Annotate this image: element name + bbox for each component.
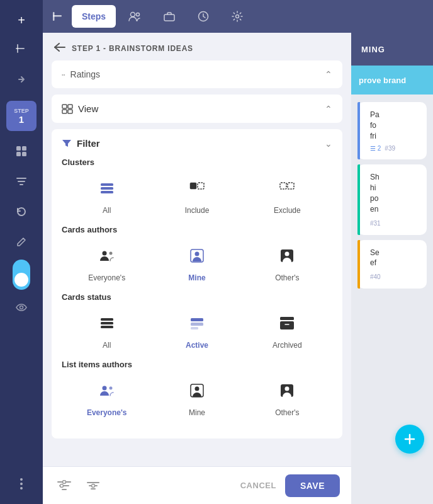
- sort-button[interactable]: [83, 476, 103, 496]
- more-options-button[interactable]: [9, 471, 34, 496]
- cards-author-others[interactable]: Other's: [242, 242, 332, 282]
- svg-point-7: [20, 478, 23, 481]
- content-row: STEP 1 - BRAINSTORM IDEAS •• Ratings ⌃: [43, 33, 433, 504]
- svg-point-13: [137, 13, 140, 16]
- cancel-button[interactable]: CANCEL: [240, 481, 276, 490]
- filter-header-left: Filter: [62, 138, 100, 149]
- svg-point-12: [131, 13, 135, 17]
- svg-point-29: [109, 252, 112, 255]
- svg-rect-38: [191, 323, 203, 326]
- list-author-mine-icon-wrap: [183, 377, 211, 404]
- panel-back-button[interactable]: [54, 43, 65, 54]
- svg-rect-20: [68, 110, 72, 113]
- svg-point-42: [102, 386, 106, 391]
- tab-history[interactable]: [188, 5, 219, 28]
- tab-steps[interactable]: Steps: [72, 5, 116, 28]
- back-nav-button[interactable]: [9, 38, 34, 63]
- svg-rect-36: [101, 326, 113, 328]
- svg-rect-40: [280, 317, 294, 320]
- group-selected-icon: [98, 383, 116, 398]
- svg-rect-25: [198, 183, 204, 189]
- preview-card-3: Seef #40: [357, 240, 427, 289]
- step-indicator[interactable]: STEP 1: [6, 101, 37, 131]
- cards-status-label: Cards status: [62, 292, 332, 302]
- cards-authors-label: Cards authors: [62, 225, 332, 234]
- forward-nav-button[interactable]: [9, 68, 34, 93]
- eye-button[interactable]: [9, 295, 34, 320]
- panel: STEP 1 - BRAINSTORM IDEAS •• Ratings ⌃: [43, 33, 351, 504]
- right-preview: MING prove brand Pafofri ☰ 2 #39: [351, 33, 433, 504]
- tab-back-icon: [53, 12, 64, 21]
- cards-status-all[interactable]: All: [62, 309, 152, 350]
- person-card-icon: [188, 248, 206, 263]
- cluster-option-include[interactable]: Include: [152, 175, 242, 215]
- refresh-button[interactable]: [9, 199, 34, 224]
- fab-add-button[interactable]: [395, 425, 424, 454]
- cluster-option-all[interactable]: All: [62, 175, 152, 215]
- ratings-label: Ratings: [70, 69, 100, 79]
- tab-people[interactable]: [118, 5, 151, 28]
- clusters-options: All Include: [62, 175, 332, 215]
- svg-point-43: [109, 387, 112, 390]
- svg-rect-3: [22, 146, 26, 151]
- cards-author-others-icon-wrap: [273, 242, 301, 270]
- layout-button[interactable]: [9, 139, 34, 164]
- cluster-all-icon-wrap: [93, 175, 121, 202]
- toggle-button[interactable]: [13, 260, 30, 290]
- list-items-authors-options: Everyone's Mine: [62, 377, 332, 417]
- card-accent-2: [357, 164, 360, 234]
- cards-status-active[interactable]: Active: [152, 309, 242, 350]
- list-author-others[interactable]: Other's: [242, 377, 332, 417]
- cluster-all-label: All: [103, 206, 111, 215]
- cluster-exclude-label: Exclude: [274, 206, 301, 215]
- person-dark-inactive-icon: [278, 383, 296, 398]
- cluster-include-label: Include: [185, 206, 210, 215]
- view-section-header[interactable]: View ⌃: [52, 94, 342, 123]
- filter-chevron-down[interactable]: ⌄: [325, 139, 332, 149]
- svg-point-8: [20, 483, 23, 485]
- svg-rect-37: [191, 318, 203, 321]
- toggle-circle: [14, 273, 28, 287]
- panel-title: STEP 1 - BRAINSTORM IDEAS: [72, 44, 193, 53]
- list-author-mine[interactable]: Mine: [152, 377, 242, 417]
- fab-plus-icon: [403, 432, 417, 446]
- view-chevron-up[interactable]: ⌃: [325, 104, 332, 114]
- filter-settings-button[interactable]: [54, 476, 74, 496]
- svg-rect-24: [190, 183, 196, 189]
- filter-sidebar-button[interactable]: [9, 169, 34, 194]
- svg-point-45: [194, 387, 199, 391]
- tab-briefcase[interactable]: [154, 5, 185, 28]
- list-items-authors-label: List items authors: [62, 360, 332, 369]
- list-author-everyones[interactable]: Everyone's: [62, 377, 152, 417]
- card-tag-1: #39: [385, 145, 395, 152]
- add-button[interactable]: +: [9, 8, 34, 33]
- cards-author-mine[interactable]: Mine: [152, 242, 242, 282]
- svg-rect-18: [68, 105, 72, 108]
- tab-back[interactable]: [48, 5, 69, 28]
- svg-rect-41: [280, 321, 294, 329]
- cards-status-active-icon-wrap: [183, 309, 211, 337]
- svg-rect-5: [22, 152, 26, 156]
- step-label: STEP: [14, 108, 29, 114]
- card-tag-2: #31: [370, 220, 381, 227]
- list-author-others-label: Other's: [275, 408, 299, 417]
- cluster-exclude-icon-wrap: [273, 175, 301, 202]
- active-icon: [188, 316, 206, 331]
- svg-rect-21: [101, 183, 113, 186]
- card-accent-1: [357, 102, 360, 159]
- filter-settings-icon: [57, 480, 71, 491]
- tab-settings[interactable]: [222, 5, 253, 28]
- ratings-chevron-up[interactable]: ⌃: [325, 69, 332, 79]
- edit-button[interactable]: [9, 229, 34, 255]
- cards-author-everyones[interactable]: Everyone's: [62, 242, 152, 282]
- card-text-3: Seef: [370, 248, 418, 269]
- svg-rect-4: [16, 152, 21, 156]
- cluster-option-exclude[interactable]: Exclude: [242, 175, 332, 215]
- panel-scroll-content[interactable]: •• Ratings ⌃: [43, 60, 351, 466]
- cards-author-mine-label: Mine: [188, 273, 205, 282]
- save-button[interactable]: SAVE: [285, 474, 340, 497]
- cards-status-archived[interactable]: Archived: [242, 309, 332, 350]
- svg-rect-2: [16, 146, 21, 151]
- layout-icon: [16, 146, 27, 157]
- left-sidebar: + STEP 1: [0, 0, 43, 504]
